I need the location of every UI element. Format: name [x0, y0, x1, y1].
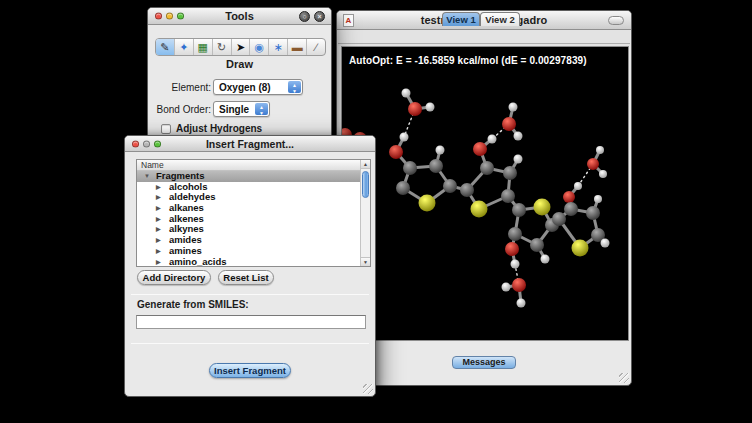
dropdown-stepper-icon: ▲▼ — [255, 103, 268, 115]
tool-strip: ✎ ✦ ▦ ↻ ➤ ◉ ∗ ▬ ∕ — [155, 38, 326, 56]
collapsed-triangle-icon[interactable]: ▶ — [156, 192, 161, 203]
window-title: Insert Fragment... — [125, 138, 375, 150]
align-tool[interactable]: ∕ — [307, 39, 325, 55]
rotate-icon: ↻ — [217, 41, 226, 53]
scroll-thumb[interactable] — [362, 171, 369, 198]
scroll-down-icon[interactable]: ▼ — [361, 257, 370, 266]
divider — [131, 343, 369, 344]
measure-tool[interactable]: ▬ — [288, 39, 307, 55]
bond-order-value: Single — [219, 103, 249, 116]
collapsed-triangle-icon[interactable]: ▶ — [156, 257, 161, 267]
tree-rows: ▼ Fragments ▶ alcohols ▶ aldehydes ▶ alk… — [137, 171, 360, 266]
fragment-tree-list: Name ▼ Fragments ▶ alcohols ▶ aldehydes … — [136, 159, 371, 267]
tree-row[interactable]: ▶ amino_acids — [137, 257, 360, 267]
desktop: A testmol2.xyz - Avogadro View 1 View 2 … — [0, 0, 752, 423]
column-header-name[interactable]: Name — [137, 160, 360, 171]
molecule-render — [342, 47, 628, 340]
float-button[interactable]: ○ — [299, 11, 310, 22]
fragment-titlebar[interactable]: Insert Fragment... — [125, 136, 375, 152]
selection-tool[interactable]: ➤ — [232, 39, 251, 55]
resize-grip[interactable] — [619, 373, 629, 383]
add-directory-button[interactable]: Add Directory — [137, 270, 211, 285]
autoopt-status-text: AutoOpt: E = -16.5859 kcal/mol (dE = 0.0… — [349, 55, 587, 66]
divider — [131, 294, 369, 295]
bond-centric-tool[interactable]: ▦ — [194, 39, 213, 55]
align-icon: ∕ — [315, 41, 317, 53]
gear-icon: ∗ — [274, 41, 283, 53]
collapsed-triangle-icon[interactable]: ▶ — [156, 214, 161, 225]
collapsed-triangle-icon[interactable]: ▶ — [156, 203, 161, 214]
dropdown-stepper-icon: ▲▼ — [288, 81, 301, 93]
tabbar-groove — [338, 43, 630, 44]
scroll-up-icon[interactable]: ▲ — [361, 160, 370, 169]
element-label: Element: — [148, 82, 211, 93]
auto-optimize-tool[interactable]: ∗ — [269, 39, 288, 55]
bond-order-label: Bond Order: — [148, 104, 211, 115]
spheres-icon: ◉ — [255, 41, 265, 53]
tools-titlebar[interactable]: Tools ○ × — [148, 8, 331, 25]
chart-icon: ▦ — [198, 41, 208, 53]
auto-rotate-tool[interactable]: ↻ — [213, 39, 232, 55]
collapsed-triangle-icon[interactable]: ▶ — [156, 182, 161, 193]
navigate-tool[interactable]: ✦ — [175, 39, 194, 55]
scrollbar[interactable]: ▲ ▼ — [360, 160, 370, 266]
draw-tool[interactable]: ✎ — [156, 39, 175, 55]
dock-buttons: ○ × — [299, 11, 325, 22]
collapsed-triangle-icon[interactable]: ▶ — [156, 235, 161, 246]
pencil-icon: ✎ — [160, 41, 169, 53]
smiles-label: Generate from SMILES: — [137, 299, 249, 310]
messages-button[interactable]: Messages — [452, 356, 516, 369]
resize-grip[interactable] — [363, 384, 373, 394]
tab-view-2[interactable]: View 2 — [480, 12, 520, 26]
avogadro-main-window: A testmol2.xyz - Avogadro View 1 View 2 … — [336, 10, 632, 386]
ruler-icon: ▬ — [292, 41, 303, 53]
collapsed-triangle-icon[interactable]: ▶ — [156, 246, 161, 257]
adjust-hydrogens-checkbox[interactable] — [161, 124, 171, 134]
manipulate-tool[interactable]: ◉ — [250, 39, 269, 55]
bond-order-dropdown[interactable]: Single ▲▼ — [213, 101, 270, 117]
insert-fragment-window: Insert Fragment... Name ▼ Fragments ▶ al… — [124, 135, 376, 397]
close-button[interactable]: × — [314, 11, 325, 22]
tools-window: Tools ○ × ✎ ✦ ▦ ↻ ➤ ◉ ∗ ▬ ∕ Draw Element… — [147, 7, 332, 147]
element-dropdown[interactable]: Oxygen (8) ▲▼ — [213, 79, 303, 95]
element-value: Oxygen (8) — [219, 81, 271, 94]
tool-section-title: Draw — [148, 58, 331, 70]
smiles-input[interactable] — [136, 315, 366, 329]
navigate-icon: ✦ — [179, 41, 188, 53]
cursor-icon: ➤ — [236, 41, 245, 53]
view-tabbar — [338, 30, 630, 46]
toolbar-toggle-button[interactable] — [608, 16, 624, 25]
expanded-triangle-icon[interactable]: ▼ — [144, 171, 150, 182]
insert-fragment-button[interactable]: Insert Fragment — [209, 363, 291, 378]
tab-view-1[interactable]: View 1 — [442, 12, 480, 26]
adjust-hydrogens-label: Adjust Hydrogens — [176, 123, 262, 134]
gl-3d-view[interactable]: AutoOpt: E = -16.5859 kcal/mol (dE = 0.0… — [341, 46, 629, 341]
collapsed-triangle-icon[interactable]: ▶ — [156, 224, 161, 235]
tree-row[interactable]: ▶ amines — [137, 246, 360, 257]
reset-list-button[interactable]: Reset List — [218, 270, 274, 285]
